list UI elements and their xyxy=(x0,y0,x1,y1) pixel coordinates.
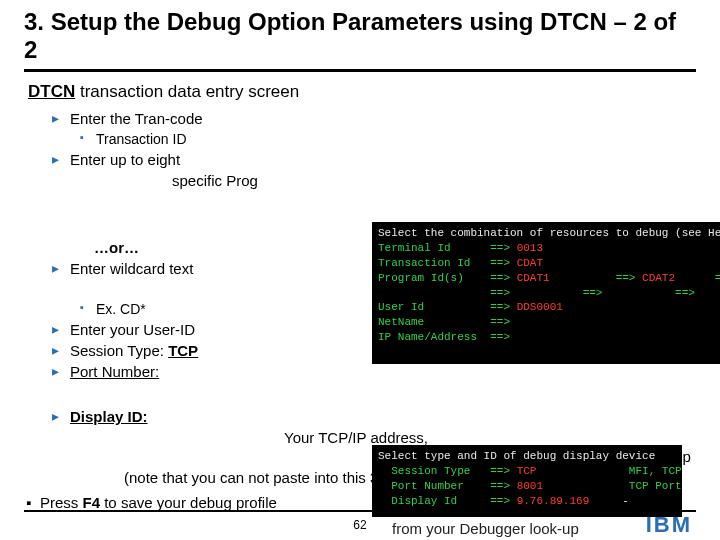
tcpip-address-line: Your TCP/IP address, xyxy=(284,429,696,446)
subhead-keyword: DTCN xyxy=(28,82,75,101)
bullet-up-to-eight: Enter up to eight xyxy=(52,151,696,168)
subbullet-example: Ex. CD* xyxy=(80,301,696,317)
ibm-logo: IBM xyxy=(646,512,692,538)
page-number: 62 xyxy=(353,518,366,532)
bullet-port-number: Port Number: xyxy=(52,363,696,380)
specific-programs-line: specific Prog xyxy=(172,172,696,189)
subheading: DTCN transaction data entry screen xyxy=(28,82,696,102)
slide-title: 3. Setup the Debug Option Parameters usi… xyxy=(24,8,696,72)
partial-from-text: from your Debugger look-up xyxy=(392,520,579,537)
bullet-wildcard: Enter wildcard text xyxy=(52,260,696,277)
bullet-press-f4: Press F4 to save your debug profile xyxy=(26,494,696,511)
bullet-user-id: Enter your User-ID xyxy=(52,321,696,338)
content-area: Select the combination of resources to d… xyxy=(24,110,696,511)
bullet-display-id: Display ID: xyxy=(52,408,696,425)
subhead-rest: transaction data entry screen xyxy=(75,82,299,101)
bullet-tran-code: Enter the Tran-code xyxy=(52,110,696,127)
bullet-session-type: Session Type: TCP xyxy=(52,342,696,359)
subbullet-transaction-id: Transaction ID xyxy=(80,131,696,147)
footer-rule xyxy=(24,510,696,512)
